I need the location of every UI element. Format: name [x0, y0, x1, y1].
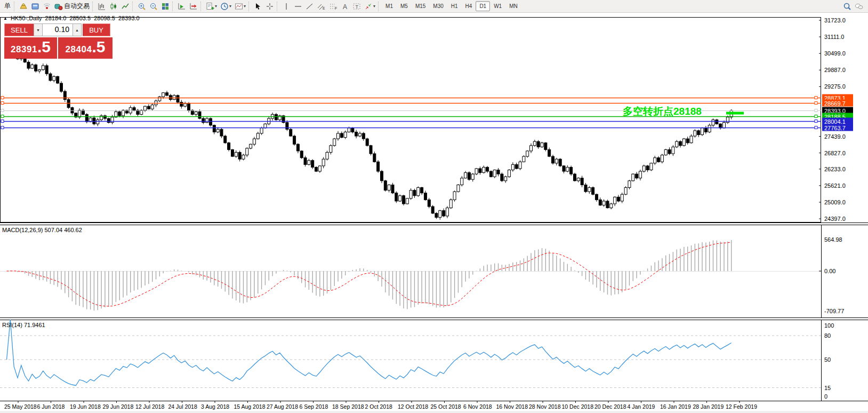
date-label: 29 Jun 2018	[103, 403, 134, 410]
chart-shift-icon[interactable]	[188, 1, 199, 12]
timeframe-w1-button[interactable]: W1	[490, 1, 505, 11]
arrows-button[interactable]: ▾	[363, 1, 377, 12]
macd-axis-label: 0.00	[824, 268, 835, 274]
svg-text:F: F	[335, 6, 337, 10]
annotation-trendline[interactable]	[726, 112, 744, 115]
gold	[19, 2, 28, 11]
search	[843, 2, 851, 11]
price-tick-label: 26233.0	[824, 166, 846, 172]
chart-title: ▲ HK50-,Daily 28184.0 28503.5 28098.5 28…	[3, 15, 140, 21]
price-tick-label: 27439.0	[824, 133, 846, 140]
price-tick-label: 30499.0	[824, 50, 846, 57]
sell-button[interactable]: SELL	[4, 23, 34, 36]
macd-header: MACD(12,26,9) 507.04 460.62	[2, 227, 82, 233]
date-label: 18 Sep 2018	[332, 403, 364, 410]
timeframe-h4-button[interactable]: H4	[462, 1, 476, 11]
toolbar-separator	[172, 2, 175, 11]
zoomin	[138, 2, 146, 11]
auto-trading-button-label: 自动交易	[64, 2, 90, 11]
date-label: 20 Dec 2018	[594, 403, 626, 410]
horizontal-line-icon[interactable]	[292, 1, 304, 12]
label-icon[interactable]: T	[351, 1, 363, 12]
timeframe-m5-button[interactable]: M5	[397, 1, 412, 11]
price-tick-label: 31723.0	[824, 17, 846, 23]
bar-chart-icon[interactable]	[96, 1, 108, 12]
trendline-icon[interactable]	[304, 1, 316, 12]
timeframe-mn-button[interactable]: MN	[505, 1, 521, 11]
new-chart-button[interactable]: ▾	[204, 1, 219, 12]
dropdown-caret-icon: ▾	[244, 4, 246, 9]
rsi-axis-label: 80	[824, 332, 831, 339]
ohlc-close: 28393.0	[118, 15, 140, 21]
date-label: 12 Oct 2018	[398, 403, 428, 410]
vertical-line-icon[interactable]	[280, 1, 292, 12]
textA: A	[341, 2, 349, 11]
text-icon[interactable]: A	[339, 1, 351, 12]
fibonacci-icon[interactable]: F	[327, 1, 339, 12]
candlestick-chart-icon[interactable]	[108, 1, 119, 12]
rsi-axis-label: 15	[824, 385, 831, 391]
periods-button[interactable]: ▾	[219, 1, 233, 12]
auto-trading-button[interactable]: 自动交易	[53, 1, 91, 12]
market-watch-icon[interactable]	[18, 1, 29, 12]
bluewin	[31, 2, 39, 11]
date-label: 10 Dec 2018	[562, 403, 594, 410]
date-label: 28 Jan 2019	[693, 403, 724, 410]
level-price-text: 28669.7	[824, 100, 846, 107]
shift	[189, 2, 198, 11]
timeframe-m30-button[interactable]: M30	[429, 1, 447, 11]
signal-icon[interactable]	[41, 1, 53, 12]
tile-windows-icon[interactable]	[159, 1, 171, 12]
svg-text:T: T	[356, 4, 359, 9]
auto-scroll-icon[interactable]	[176, 1, 188, 12]
price-tick-label: 29887.0	[824, 67, 846, 73]
ohlc-low: 28098.5	[94, 15, 115, 21]
toolbar-separator	[14, 2, 17, 11]
data-window-icon[interactable]	[29, 1, 41, 12]
collapse-triangle-icon[interactable]: ▲	[3, 16, 7, 21]
chat-button[interactable]	[853, 1, 865, 12]
buy-price[interactable]: 28404 .5	[58, 37, 112, 59]
volume-increase-button[interactable]: ▲	[73, 23, 82, 36]
macd-axis-label: -709.77	[824, 308, 844, 314]
timeframe-m15-button[interactable]: M15	[412, 1, 429, 11]
buy-price-main: 28404	[66, 44, 92, 55]
mt4-window: 单自动交易▾▾▾EFAT▾M1M5M15M30H1H4D1W1MN 28873.…	[0, 0, 868, 413]
timeframe-h1-button[interactable]: H1	[447, 1, 462, 11]
sell-price-pips: .5	[37, 39, 51, 54]
linechart	[121, 2, 130, 11]
equidistant-channel-icon[interactable]: E	[316, 1, 327, 12]
crosshair	[266, 2, 274, 11]
timeframe-m1-button[interactable]: M1	[382, 1, 397, 11]
date-label: 19 Jun 2018	[70, 403, 101, 410]
dropdown-caret-icon: ▾	[373, 4, 375, 9]
chart-canvas[interactable]: 28873.128669.728393.028188.528004.127763…	[0, 13, 868, 413]
volume-input[interactable]: 0.10	[43, 23, 73, 36]
price-tick-label: 26827.0	[824, 150, 846, 156]
zoom-in-icon[interactable]	[136, 1, 148, 12]
toolbar-separator	[92, 2, 95, 11]
date-label: 3 Aug 2018	[201, 403, 229, 410]
search-button[interactable]	[841, 1, 853, 12]
rsi-axis-label: 100	[824, 322, 834, 329]
svg-text:A: A	[343, 3, 347, 10]
dropdown-caret-icon: ▾	[229, 4, 231, 9]
zoom-out-icon[interactable]	[148, 1, 159, 12]
svg-text:E: E	[323, 6, 325, 10]
buy-button[interactable]: BUY	[83, 23, 110, 36]
hline	[294, 2, 302, 11]
templates-button[interactable]: ▾	[233, 1, 247, 12]
timeframe-d1-button[interactable]: D1	[476, 1, 490, 11]
price-tick-label: 25009.0	[824, 199, 846, 205]
sell-price[interactable]: 28391 .5	[4, 37, 57, 59]
new-order-button[interactable]: 单	[1, 1, 13, 12]
line-chart-icon[interactable]	[119, 1, 131, 12]
date-label: 25 Oct 2018	[431, 403, 461, 410]
toolbar: 单自动交易▾▾▾EFAT▾M1M5M15M30H1H4D1W1MN	[0, 0, 868, 13]
volume-decrease-button[interactable]: ▼	[34, 23, 43, 36]
price-tick-label: 25621.0	[824, 182, 846, 189]
cursor-icon[interactable]	[252, 1, 264, 12]
annotation-text[interactable]: 多空转折点28188	[623, 106, 702, 117]
crosshair-icon[interactable]	[264, 1, 276, 12]
rsi-axis-label: 0	[824, 393, 827, 400]
